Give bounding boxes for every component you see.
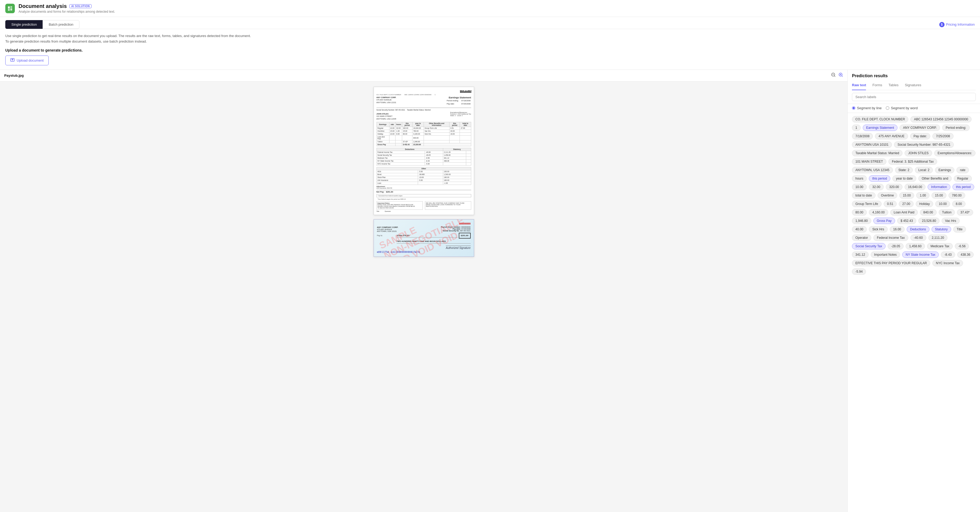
result-tag[interactable]: JOHN STILES: [905, 150, 932, 156]
result-tag[interactable]: $ 452.43: [897, 218, 916, 224]
result-tag[interactable]: 10.00: [852, 184, 867, 190]
result-tag[interactable]: 780.00: [948, 192, 965, 199]
result-tag[interactable]: -5.94: [852, 269, 866, 275]
result-tag[interactable]: ANYTOWN, USA 12345: [852, 167, 893, 173]
zoom-in-button[interactable]: [838, 72, 843, 78]
result-tag[interactable]: Medicare Tax: [927, 243, 953, 250]
result-tag[interactable]: rate: [956, 167, 969, 173]
result-tag[interactable]: ANYTOWN USA 10101: [852, 142, 892, 148]
result-tag[interactable]: 7/18/2008: [852, 133, 873, 139]
tab-single-prediction[interactable]: Single prediction: [5, 20, 43, 29]
tab-signatures[interactable]: Signatures: [905, 81, 921, 90]
segment-word-radio[interactable]: [886, 106, 889, 110]
result-tag[interactable]: hours: [852, 175, 867, 182]
tab-batch-prediction[interactable]: Batch prediction: [43, 20, 80, 29]
result-tag[interactable]: 1,458.60: [906, 243, 925, 250]
result-tag[interactable]: Earnings: [935, 167, 955, 173]
app-title: Document analysis: [19, 3, 67, 9]
search-labels-input[interactable]: [852, 93, 976, 101]
result-tag[interactable]: -8.43: [941, 251, 955, 258]
result-tag[interactable]: Period ending:: [942, 124, 969, 131]
result-tag[interactable]: 8.00: [952, 201, 965, 207]
result-tag[interactable]: 341.12: [852, 251, 869, 258]
segment-by-line-option[interactable]: Segment by line: [852, 106, 881, 110]
tab-tables[interactable]: Tables: [888, 81, 899, 90]
result-tag[interactable]: 16,640.00: [905, 184, 926, 190]
result-tag[interactable]: Information: [928, 184, 950, 190]
result-tag[interactable]: Federal: 3. $25 Additional Tax: [888, 158, 937, 165]
result-tag[interactable]: Title: [953, 226, 966, 232]
result-tag[interactable]: Holiday: [916, 201, 933, 207]
result-tag[interactable]: NY State Income Tax: [902, 251, 939, 258]
result-tag[interactable]: Sick Hrs: [869, 226, 888, 232]
result-tag[interactable]: 80.00: [852, 209, 867, 216]
result-tag[interactable]: CO. FILE DEPT. CLOCK NUMBER: [852, 116, 908, 122]
result-tag[interactable]: -40.60: [910, 235, 926, 241]
result-tag[interactable]: 16.00: [890, 226, 905, 232]
result-tag[interactable]: 1: [852, 124, 861, 131]
result-tag[interactable]: Other Benefits and: [918, 175, 952, 182]
upload-button[interactable]: Upload document: [5, 56, 49, 65]
result-tag[interactable]: 37.43*: [957, 209, 973, 216]
result-tag[interactable]: 4,160.00: [869, 209, 888, 216]
result-tag[interactable]: Social Security Number: 987-65-4321: [894, 142, 954, 148]
result-tag[interactable]: 475 ANY AVENUE: [875, 133, 908, 139]
result-tag[interactable]: 2,111.20: [928, 235, 948, 241]
result-tag[interactable]: Earnings Statement: [863, 124, 897, 131]
segment-line-radio[interactable]: [852, 106, 855, 110]
tab-raw-text[interactable]: Raw text: [852, 81, 866, 90]
result-tag[interactable]: State: 2: [895, 167, 913, 173]
result-tag[interactable]: NYC Income Tax: [932, 260, 963, 266]
result-tag[interactable]: 1.00: [916, 192, 929, 199]
result-tag[interactable]: -6.56: [955, 243, 969, 250]
result-tag[interactable]: 32.00: [869, 184, 884, 190]
result-tag[interactable]: Statutory: [932, 226, 951, 232]
result-tag[interactable]: Gross Pay: [873, 218, 895, 224]
result-tag[interactable]: Group Term Life: [852, 201, 881, 207]
result-tag[interactable]: total to date: [852, 192, 875, 199]
result-tag[interactable]: Tuition: [939, 209, 955, 216]
result-tag[interactable]: 15.00: [899, 192, 914, 199]
tab-forms[interactable]: Forms: [872, 81, 882, 90]
result-tag[interactable]: ANY COMPANY CORP.: [900, 124, 940, 131]
result-tag[interactable]: Local: 2: [915, 167, 933, 173]
result-tag[interactable]: Important Notes: [871, 251, 900, 258]
zoom-out-button[interactable]: [831, 72, 836, 78]
app-subtitle: Analyze documents and forms for relation…: [19, 10, 115, 13]
result-tag[interactable]: this period: [869, 175, 890, 182]
result-tag[interactable]: Pay date:: [910, 133, 931, 139]
pricing-link[interactable]: $ Pricing Information: [939, 22, 975, 27]
result-tag[interactable]: -28.05: [888, 243, 904, 250]
result-tag[interactable]: 438.36: [957, 251, 974, 258]
result-tag[interactable]: 320.00: [886, 184, 902, 190]
result-tag[interactable]: ABC 126543 123456 12345 00000000: [910, 116, 972, 122]
result-tag[interactable]: 0.51: [884, 201, 897, 207]
result-tag[interactable]: 7/25/2008: [932, 133, 953, 139]
result-tag[interactable]: 1,946.80: [852, 218, 871, 224]
result-tag[interactable]: 40.00: [852, 226, 867, 232]
document-view[interactable]: CO. FILE DEPT. CLOCK NUMBER ABC 126543 1…: [0, 81, 848, 512]
result-tag[interactable]: 840.00: [920, 209, 937, 216]
result-tag[interactable]: Deductions: [907, 226, 929, 232]
result-tag[interactable]: Operator: [852, 235, 871, 241]
result-tag[interactable]: 27.00: [899, 201, 913, 207]
result-tag[interactable]: EFFECTIVE THIS PAY PERIOD YOUR REGULAR: [852, 260, 930, 266]
result-tag[interactable]: Loan Amt Paid: [890, 209, 918, 216]
result-tag[interactable]: Vac Hrs: [942, 218, 959, 224]
result-tag[interactable]: 101 MAIN STREET: [852, 158, 886, 165]
result-tag[interactable]: Overtime: [878, 192, 897, 199]
check-document: SAMPLENON-NEGOTIABLEVOID VOID VOID 00000…: [374, 219, 474, 257]
check-amount-box: $291.80: [459, 233, 471, 239]
result-tag[interactable]: this period: [953, 184, 974, 190]
result-tag[interactable]: Taxable Marital Status: Married: [852, 150, 902, 156]
result-tag[interactable]: Regular: [954, 175, 972, 182]
co-file-values: ABC 126543 123456 12345 00000000: [404, 94, 431, 95]
result-tag[interactable]: year to date: [892, 175, 916, 182]
result-tag[interactable]: 10.00: [935, 201, 950, 207]
result-tag[interactable]: Social Security Tax: [852, 243, 886, 250]
segment-by-word-option[interactable]: Segment by word: [886, 106, 918, 110]
result-tag[interactable]: Exemptions/Allowances:: [934, 150, 975, 156]
result-tag[interactable]: Federal Income Tax: [873, 235, 908, 241]
result-tag[interactable]: 23,526.80: [918, 218, 939, 224]
result-tag[interactable]: 15.00: [932, 192, 947, 199]
